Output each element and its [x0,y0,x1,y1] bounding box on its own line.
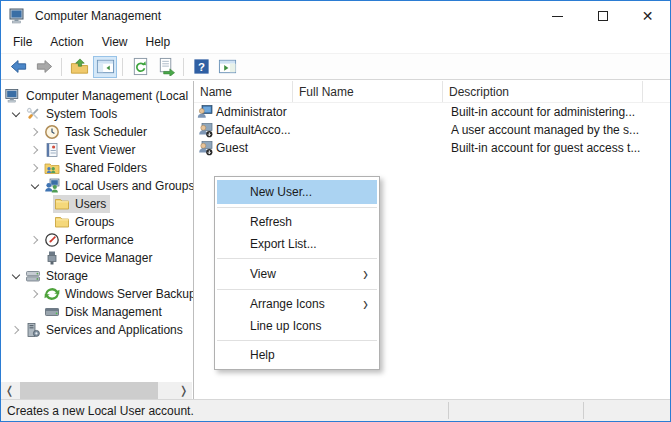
minimize-icon [552,16,563,17]
tree-item-system-tools[interactable]: System Tools [1,105,193,123]
chevron-right-icon[interactable] [26,285,43,303]
menu-item-arrange-icons[interactable]: Arrange Icons [217,293,377,315]
menu-item-new-user[interactable]: New User... [217,180,377,204]
help-button[interactable]: ? [189,56,213,78]
tree-item-label: Task Scheduler [65,125,147,139]
tree-item-services-applications[interactable]: Services and Applications [1,321,193,339]
back-button[interactable] [6,56,30,78]
chevron-right-icon[interactable] [26,231,43,249]
close-button[interactable]: ✕ [625,2,670,31]
forward-button[interactable] [32,56,56,78]
users-groups-icon [44,178,60,194]
tree-item-label: Local Users and Groups [65,179,194,193]
tree-item-label: Performance [65,233,134,247]
folder-icon [54,214,70,230]
scrollbar-thumb[interactable] [20,382,158,399]
menu-help[interactable]: Help [137,32,180,52]
maximize-button[interactable] [580,2,625,31]
user-name: Guest [216,141,248,155]
tree-item-label: System Tools [46,107,117,121]
toolbar: ? [1,54,670,80]
column-header-spacer [643,81,670,102]
menu-item-export-list[interactable]: Export List... [217,233,377,255]
tree-item-computer-management[interactable]: Computer Management (Local [1,87,193,105]
up-one-level-button[interactable] [67,56,91,78]
tree-item-label: Shared Folders [65,161,147,175]
computer-icon [9,7,27,25]
context-menu: New User... Refresh Export List... View … [214,176,380,370]
menu-view[interactable]: View [93,32,137,52]
tree-item-storage[interactable]: Storage [1,267,193,285]
tree-item-label: Disk Management [65,305,162,319]
menu-separator [217,289,377,290]
menu-item-help[interactable]: Help [217,344,377,366]
user-name: DefaultAcco... [216,123,291,137]
title-bar[interactable]: Computer Management ✕ [1,1,670,31]
help-icon: ? [192,57,211,76]
forward-icon [35,57,54,76]
tree-item-task-scheduler[interactable]: Task Scheduler [1,123,193,141]
user-description: Built-in account for guest access t... [443,141,657,155]
show-action-pane-button[interactable] [215,56,239,78]
chevron-right-icon[interactable] [26,123,43,141]
table-row-administrator[interactable]: Administrator Built-in account for admin… [194,103,670,121]
user-admin-icon [197,104,213,120]
tools-icon [25,106,41,122]
user-description: A user account managed by the s... [443,123,657,137]
svg-text:?: ? [198,61,205,73]
tree-item-disk-management[interactable]: Disk Management [1,303,193,321]
tree-item-label: Device Manager [65,251,152,265]
column-header-full-name[interactable]: Full Name [293,81,443,102]
column-header-name[interactable]: Name [194,81,293,102]
back-icon [9,57,28,76]
toolbar-separator [183,58,184,76]
export-list-button[interactable] [154,56,178,78]
disk-icon [44,304,60,320]
show-action-pane-icon [218,57,237,76]
refresh-button[interactable] [128,56,152,78]
shared-folders-icon [44,160,60,176]
chevron-down-icon[interactable] [7,267,24,285]
tree-item-label: Event Viewer [65,143,135,157]
computer-icon [5,88,21,104]
toolbar-separator [61,58,62,76]
scroll-left-icon[interactable]: ❬ [1,382,18,399]
column-header-description[interactable]: Description [443,81,643,102]
show-console-tree-icon [96,57,115,76]
export-list-icon [157,57,176,76]
chevron-right-icon[interactable] [26,141,43,159]
tree-horizontal-scrollbar[interactable]: ❬ ❭ [1,382,192,399]
user-disabled-icon [197,140,213,156]
menu-item-refresh[interactable]: Refresh [217,211,377,233]
tree-item-device-manager[interactable]: Device Manager [1,249,193,267]
tree-item-local-users-groups[interactable]: Local Users and Groups [1,177,193,195]
tree-item-label: Windows Server Backup [65,287,194,301]
user-name: Administrator [216,105,287,119]
tree-item-shared-folders[interactable]: Shared Folders [1,159,193,177]
chevron-down-icon[interactable] [26,177,43,195]
menu-file[interactable]: File [4,32,41,52]
tree-item-groups[interactable]: Groups [1,213,193,231]
menu-action[interactable]: Action [41,32,92,52]
show-console-tree-button[interactable] [93,56,117,78]
tree-item-event-viewer[interactable]: Event Viewer [1,141,193,159]
performance-icon [44,232,60,248]
menu-item-view[interactable]: View [217,262,377,286]
chevron-right-icon[interactable] [26,159,43,177]
scroll-right-icon[interactable]: ❭ [175,382,192,399]
minimize-button[interactable] [535,2,580,31]
table-row-defaultaccount[interactable]: DefaultAcco... A user account managed by… [194,121,670,139]
tree-item-label: Services and Applications [46,323,183,337]
chevron-down-icon[interactable] [7,105,24,123]
tree-item-users[interactable]: Users [1,195,193,213]
user-description: Built-in account for administering... [443,105,657,119]
server-backup-icon [44,286,60,302]
menu-separator [217,340,377,341]
services-icon [25,322,41,338]
device-manager-icon [44,250,60,266]
table-row-guest[interactable]: Guest Built-in account for guest access … [194,139,670,157]
tree-item-windows-server-backup[interactable]: Windows Server Backup [1,285,193,303]
tree-item-performance[interactable]: Performance [1,231,193,249]
chevron-right-icon[interactable] [7,321,24,339]
menu-item-line-up-icons[interactable]: Line up Icons [217,315,377,337]
